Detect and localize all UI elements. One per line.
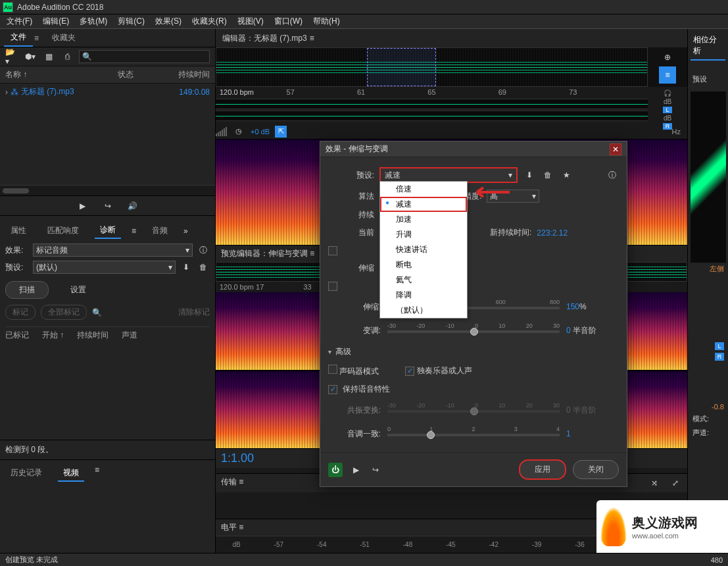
level-menu-icon[interactable]: ≡ xyxy=(239,523,243,532)
menu-clip[interactable]: 剪辑(C) xyxy=(112,14,150,28)
lock-duration-checkbox[interactable] xyxy=(328,246,337,255)
delete-preset-icon[interactable]: 🗑 xyxy=(541,168,554,182)
menu-file[interactable]: 文件(F) xyxy=(1,14,37,28)
tab-history[interactable]: 历史记录 xyxy=(5,465,47,482)
menu-multitrack[interactable]: 多轨(M) xyxy=(74,14,112,28)
pin-icon[interactable]: ⇱ xyxy=(275,126,287,138)
info-icon[interactable]: ⓘ xyxy=(197,244,210,257)
file-row[interactable]: › ⁂ 无标题 (7).mp3 149:0.08 xyxy=(0,84,215,100)
save-preset-icon[interactable]: ⬇ xyxy=(180,261,193,274)
preset-option[interactable]: 倍速 xyxy=(380,182,467,197)
files-scroll[interactable] xyxy=(0,185,215,195)
pitch-slider[interactable]: -30-20-100102030 xyxy=(387,322,560,338)
zoom-tool-icon[interactable]: ⊕ xyxy=(661,51,674,64)
dialog-titlebar[interactable]: 效果 - 伸缩与变调 ✕ xyxy=(320,142,627,157)
formant-label: 共振变换: xyxy=(328,405,381,416)
effect-select[interactable]: 标记音频▾ xyxy=(33,244,193,257)
vocoder-checkbox[interactable] xyxy=(328,365,337,374)
col-duration[interactable]: 持续时间 xyxy=(157,69,210,80)
expand-icon[interactable]: › xyxy=(5,88,8,97)
favorite-icon[interactable]: ★ xyxy=(560,168,573,182)
tab-video[interactable]: 视频 xyxy=(58,465,84,482)
preserve-checkbox[interactable] xyxy=(328,385,337,394)
shuffle-icon[interactable]: ⤨ xyxy=(648,476,661,490)
preset-option[interactable]: 降调 xyxy=(380,288,467,303)
right-channel-badge[interactable]: R xyxy=(663,123,672,130)
export-icon[interactable]: ↪ xyxy=(101,199,114,213)
col-status[interactable]: 状态 xyxy=(118,69,157,80)
timeline[interactable]: 120.0 bpm 57 61 65 69 73 🎧 dB L dB R xyxy=(216,87,687,124)
tab-pitch[interactable]: 音频 xyxy=(147,223,173,238)
delete-preset-icon[interactable]: 🗑 xyxy=(197,261,210,274)
solo-checkbox[interactable] xyxy=(405,367,414,376)
preset-option[interactable]: 升调 xyxy=(380,227,467,242)
menu-effects[interactable]: 效果(S) xyxy=(150,14,187,28)
menu-view[interactable]: 视图(V) xyxy=(232,14,269,28)
editor-menu-icon[interactable]: ≡ xyxy=(310,34,314,43)
close-icon[interactable]: ✕ xyxy=(610,143,621,155)
tab-properties[interactable]: 属性 xyxy=(5,223,32,238)
menu-help[interactable]: 帮助(H) xyxy=(308,14,345,28)
selection-range[interactable] xyxy=(367,48,436,86)
open-file-icon[interactable]: 📂▾ xyxy=(5,50,18,63)
tab-favorites[interactable]: 收藏夹 xyxy=(45,30,82,46)
multitrack-icon[interactable]: ▦ xyxy=(42,50,55,63)
import-icon[interactable]: ⎙ xyxy=(61,50,74,63)
close-button[interactable]: 关闭 xyxy=(573,460,619,479)
phase-r-badge[interactable]: R xyxy=(715,353,724,361)
col-channel[interactable]: 声道 xyxy=(122,330,137,341)
tab-files[interactable]: 文件 xyxy=(4,29,33,47)
preset-option[interactable]: 断电 xyxy=(380,257,467,272)
preset-option[interactable]: 氦气 xyxy=(380,272,467,288)
preview-menu-icon[interactable]: ≡ xyxy=(310,249,314,258)
transfer-menu-icon[interactable]: ≡ xyxy=(239,477,243,486)
tab-match-loudness[interactable]: 匹配响度 xyxy=(42,223,84,238)
history-menu-icon[interactable]: ≡ xyxy=(95,465,99,482)
consistency-slider[interactable]: 01234 xyxy=(387,426,560,442)
files-search[interactable]: 🔍 xyxy=(79,50,210,63)
preset-option-selected[interactable]: 减速 xyxy=(380,197,467,212)
advanced-toggle[interactable]: 高级 xyxy=(328,342,619,361)
preset-option[interactable]: 加速 xyxy=(380,212,467,227)
apply-button[interactable]: 应用 xyxy=(519,459,566,480)
speaker-icon[interactable]: 🔊 xyxy=(126,199,139,213)
stretch-value[interactable]: 150% xyxy=(566,302,619,311)
new-duration-value[interactable]: 223:2.12 xyxy=(537,228,568,238)
info-icon[interactable]: ⓘ xyxy=(606,168,619,182)
menu-favorites[interactable]: 收藏夹(R) xyxy=(187,14,232,28)
menu-edit[interactable]: 编辑(E) xyxy=(37,14,74,28)
settings-button[interactable]: 设置 xyxy=(57,281,100,299)
headphone-icon[interactable]: 🎧 xyxy=(661,90,674,97)
save-preset-icon[interactable]: ⬇ xyxy=(523,168,536,182)
expand-icon[interactable]: ⤢ xyxy=(669,476,682,490)
left-channel-badge[interactable]: L xyxy=(663,107,672,113)
lock-pitch-checkbox[interactable] xyxy=(328,282,337,291)
search-icon[interactable]: 🔍 xyxy=(92,308,102,317)
loop-icon[interactable]: ↪ xyxy=(369,463,382,476)
preset-option[interactable]: （默认） xyxy=(380,303,467,318)
tab-diagnostics[interactable]: 诊断 xyxy=(95,222,121,239)
record-icon[interactable]: ⬢▾ xyxy=(24,50,37,63)
consistency-value[interactable]: 1 xyxy=(566,429,619,438)
col-name[interactable]: 名称 ↑ xyxy=(5,69,118,80)
preset-select[interactable]: (默认)▾ xyxy=(33,261,176,274)
chevron-down-icon: ▾ xyxy=(185,245,189,255)
play-icon[interactable]: ▶ xyxy=(76,199,89,213)
col-start[interactable]: 开始 ↑ xyxy=(42,330,64,341)
pitch-value[interactable]: 0 半音阶 xyxy=(566,325,619,336)
panel-overflow-icon[interactable]: » xyxy=(183,226,188,236)
preview-play-icon[interactable]: ▶ xyxy=(349,463,362,476)
col-marked[interactable]: 已标记 xyxy=(5,330,29,341)
spectral-view-icon[interactable]: ≡ xyxy=(659,66,676,84)
clock-icon[interactable]: ◷ xyxy=(232,125,245,138)
diag-menu-icon[interactable]: ≡ xyxy=(132,226,136,236)
preset-option[interactable]: 快速讲话 xyxy=(380,242,467,257)
power-icon[interactable]: ⏻ xyxy=(328,463,343,477)
scan-button[interactable]: 扫描 xyxy=(5,281,49,299)
col-duration[interactable]: 持续时间 xyxy=(77,330,109,341)
waveform-overview[interactable]: ⊕ ≡ xyxy=(216,47,687,87)
phase-title[interactable]: 相位分析 xyxy=(691,32,725,61)
menu-window[interactable]: 窗口(W) xyxy=(269,14,308,28)
tab-files-menu-icon[interactable]: ≡ xyxy=(34,34,39,43)
phase-l-badge[interactable]: L xyxy=(715,342,724,350)
